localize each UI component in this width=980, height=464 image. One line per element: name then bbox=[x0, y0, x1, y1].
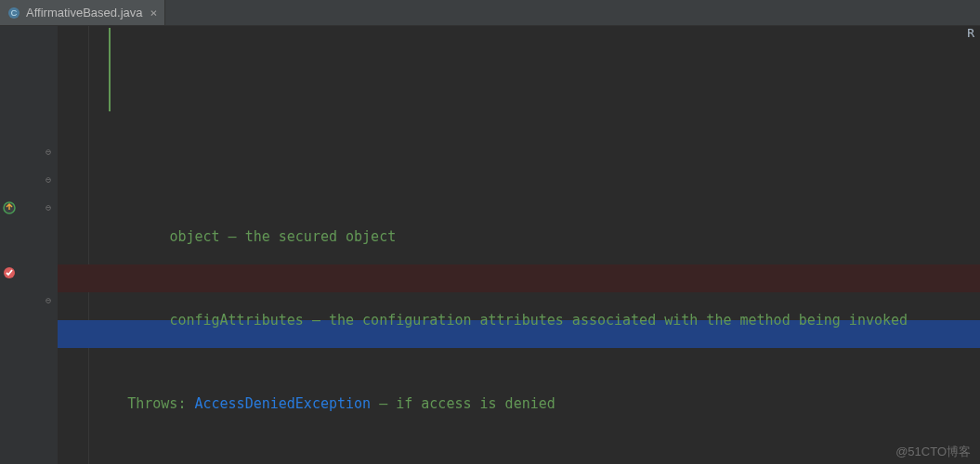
code-area[interactable]: object – the secured object configAttrib… bbox=[58, 26, 980, 464]
tab-active[interactable]: C AffirmativeBased.java × bbox=[0, 0, 165, 25]
breakpoint-icon[interactable] bbox=[2, 265, 17, 280]
javadoc-line: object – the secured object bbox=[69, 223, 980, 251]
fold-expand-icon[interactable]: ⊖ bbox=[43, 147, 54, 158]
javadoc-line: configAttributes – the configuration att… bbox=[69, 306, 980, 334]
code-editor[interactable]: ⊖ ⊖ ⊖ ⊖ object – the secured object conf… bbox=[0, 26, 980, 464]
tab-filename: AffirmativeBased.java bbox=[26, 6, 143, 19]
right-margin-marker: R bbox=[967, 26, 974, 40]
override-gutter-icon[interactable] bbox=[2, 200, 17, 215]
fold-column: ⊖ ⊖ ⊖ ⊖ bbox=[41, 26, 58, 464]
tab-bar: C AffirmativeBased.java × bbox=[0, 0, 980, 26]
fold-expand-icon[interactable]: ⊖ bbox=[43, 174, 54, 186]
javadoc-line: Throws: AccessDeniedException – if acces… bbox=[69, 390, 980, 418]
watermark: @51CTO博客 bbox=[895, 444, 971, 460]
svg-text:C: C bbox=[11, 8, 18, 18]
fold-collapse-icon[interactable]: ⊖ bbox=[43, 202, 54, 213]
close-icon[interactable]: × bbox=[150, 6, 158, 19]
fold-collapse-icon[interactable]: ⊖ bbox=[43, 295, 54, 306]
gutter bbox=[0, 26, 41, 464]
java-class-icon: C bbox=[7, 6, 20, 19]
